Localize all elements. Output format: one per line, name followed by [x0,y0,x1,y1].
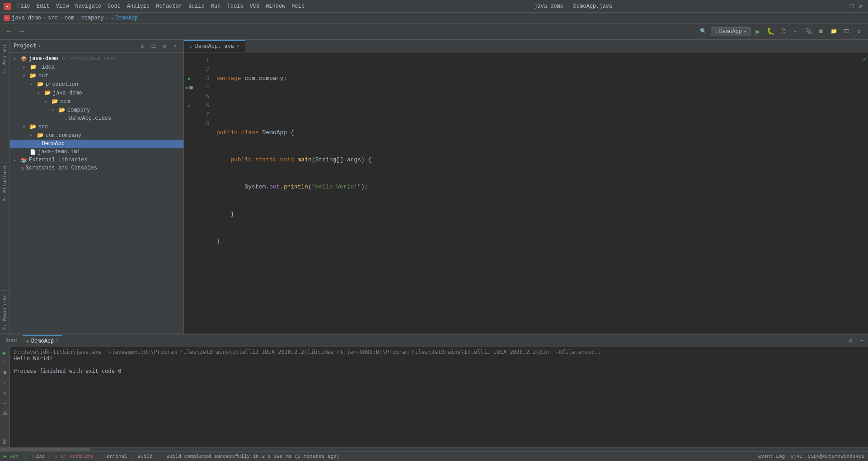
tab-close-button[interactable]: × [237,44,239,49]
attach-debugger-button[interactable]: 📎 [803,26,814,37]
breadcrumb-demoapp[interactable]: ☕ DemoApp [111,15,138,21]
gutter-line-1 [184,56,195,65]
menu-code[interactable]: Code [105,2,123,10]
editor-area: ☕ DemoApp.java × ▶ ▶ ◇ [184,40,868,334]
tree-production[interactable]: ▾ 📂 production [10,80,183,89]
todo-tab-status[interactable]: TODO [33,454,44,459]
console-reload-btn[interactable]: ↻ [1,389,9,397]
console-scroll-down-btn[interactable]: ↓ [1,379,9,387]
maximize-button[interactable]: □ [848,3,855,10]
sidebar-chevron[interactable]: ▾ [38,43,41,49]
favorites-strip-tab[interactable]: 2: Favorites [0,290,9,334]
tree-demoapp-class[interactable]: ☕ DemoApp.class [10,114,183,122]
menu-analyze[interactable]: Analyze [124,2,152,10]
structure-strip-tab[interactable]: 2: Structure [0,162,9,205]
code-editor[interactable]: package com.company; public class DemoAp… [213,52,862,334]
breadcrumb-project[interactable]: java-demo [12,15,41,21]
run-indicator[interactable]: ▶ Run [4,453,19,459]
terminal-tab-status[interactable]: Terminal [103,454,127,459]
settings-button[interactable]: ⚙ [854,26,864,37]
tree-scratches[interactable]: ◎ Scratches and Consoles [10,164,183,172]
tab-java-icon: ☕ [189,43,192,49]
tree-com-company[interactable]: ▾ 📂 com.company [10,131,183,140]
com-company-arrow: ▾ [30,133,35,138]
run-with-coverage-button[interactable]: ⏱ [778,26,788,37]
tree-external-libs[interactable]: ▸ 📚 External Libraries [10,156,183,164]
menu-refactor[interactable]: Refactor [153,2,185,10]
console-tab-close[interactable]: × [56,339,58,343]
forward-button[interactable]: → [16,26,27,37]
menu-vcs[interactable]: VCS [247,2,263,10]
tree-idea[interactable]: ▸ 📁 .idea [10,63,183,71]
tree-java-demo-out[interactable]: ▾ 📂 java-demo [10,89,183,97]
tree-iml[interactable]: 📄 java-demo.iml [10,148,183,156]
sidebar-settings-button[interactable]: ⚙ [160,42,169,51]
tree-com-out[interactable]: ▾ 📂 com [10,97,183,106]
breadcrumb-company[interactable]: company [81,15,104,21]
collapse-all-button[interactable]: ☰ [149,42,158,51]
open-in-finder-button[interactable]: 📁 [828,26,839,37]
console-wrap-btn[interactable]: ⤾ [1,399,9,407]
sidebar-close-button[interactable]: × [171,42,180,51]
console-scrollbar[interactable] [0,447,868,451]
menu-run[interactable]: Run [208,2,224,10]
search-everywhere-button[interactable]: 🔍 [698,26,709,37]
menu-window[interactable]: Window [263,2,288,10]
tree-out[interactable]: ▾ 📂 out [10,71,183,80]
vcs-button[interactable]: 🗖 [841,26,852,37]
breadcrumb-src[interactable]: src [48,15,58,21]
code-line-6: } [216,210,862,219]
event-log-link[interactable]: Event Log [758,454,785,459]
console-close-button[interactable]: ─ [857,336,866,345]
profile-button[interactable]: ⋯ [790,26,801,37]
build-tab-status[interactable]: Build [138,454,153,459]
run-class-icon[interactable]: ▶ [188,76,191,81]
gutter-line-4[interactable]: ▶ [184,83,195,92]
line-num-8: 8 [195,119,209,128]
console-trash-btn[interactable]: 🗑 [1,437,9,446]
tree-root[interactable]: ▾ 📦 java-demo D:\study\java-demo [10,55,183,63]
tree-company-out[interactable]: ▾ 📂 company [10,106,183,114]
minimize-button[interactable]: ─ [839,3,846,10]
gutter-line-3[interactable]: ▶ [184,74,195,83]
editor-tab-demoapp[interactable]: ☕ DemoApp.java × [184,40,245,52]
run-button[interactable]: ▶ [752,26,763,37]
demoapp-label: DemoApp [42,141,65,147]
problems-tab-status[interactable]: ⚠ 6: Problems [55,453,94,459]
console-run-btn[interactable]: ▶ [1,349,9,357]
demoapp-class-label: DemoApp.class [69,115,112,122]
gutter-line-5 [184,92,195,101]
code-line-4: public static void main(String[] args) { [216,155,862,165]
sync-button[interactable]: ⚙ [138,42,147,51]
console-stop-btn[interactable]: ■ [1,369,9,377]
close-button[interactable]: ✕ [857,3,864,10]
run-main-icon[interactable]: ▶ [186,85,188,90]
menu-navigate[interactable]: Navigate [72,2,104,10]
debug-button[interactable]: 🐛 [765,26,776,37]
sidebar-actions: ⚙ ☰ ⚙ × [138,42,180,51]
tree-src[interactable]: ▾ 📂 src [10,122,183,131]
menu-view[interactable]: View [53,2,72,10]
bottom-tab-demoapp[interactable]: ▶ DemoApp × [23,335,62,346]
run-config-selector[interactable]: ☕ DemoApp ▾ [711,27,751,36]
breadcrumb-com[interactable]: com [65,15,75,21]
menu-edit[interactable]: Edit [34,2,52,10]
demoapp-java-icon: ☕ [37,141,40,147]
line-num-6: 6 [195,101,209,110]
tree-demoapp[interactable]: ☕ DemoApp [10,140,183,148]
main-content: 1: Project 2: Structure 2: Favorites Pro… [0,40,868,334]
menu-help[interactable]: Help [289,2,307,10]
console-print-btn[interactable]: 🖨 [1,409,9,417]
company-out-icon: 📂 [59,107,66,113]
menu-tools[interactable]: Tools [225,2,246,10]
console-scroll-up-btn[interactable]: ↑ [1,359,9,367]
out-arrow: ▾ [23,73,28,79]
project-strip-tab[interactable]: 1: Project [0,40,9,77]
stop-button[interactable]: ⏹ [816,26,826,37]
menu-build[interactable]: Build [186,2,207,10]
back-button[interactable]: ← [4,26,14,37]
console-settings-button[interactable]: ⚙ [846,336,855,345]
menu-file[interactable]: File [14,2,33,10]
console-tools: ▶ ↑ ■ ↓ ↻ ⤾ 🖨 🗑 [0,347,10,447]
ext-libs-icon: 📚 [21,157,27,163]
